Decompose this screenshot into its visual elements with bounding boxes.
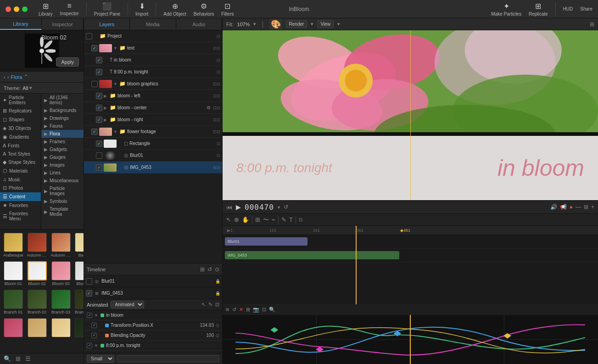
hud-button[interactable]: HUD	[563, 6, 573, 11]
sidebar-item-favorites[interactable]: ★ Favorites	[0, 201, 41, 210]
sidebar-item-text-styles[interactable]: A Text Styles	[0, 150, 41, 158]
layer-text-check[interactable]: ✓	[91, 45, 98, 51]
behaviors-button[interactable]: ⚙ Behaviors	[194, 2, 214, 17]
layer-img-0453-check[interactable]: ✓	[96, 164, 102, 171]
thumb-barley[interactable]: Barley	[73, 231, 84, 259]
play-icon[interactable]: ▶	[236, 203, 241, 211]
breadcrumb-forward[interactable]: ›	[7, 74, 9, 80]
layer-blur01-check[interactable]	[96, 152, 102, 159]
sidebar-item-fonts[interactable]: A Fonts	[0, 141, 41, 150]
timeline-record-icon[interactable]: ⊙	[215, 266, 219, 273]
color-panel-icon[interactable]: 🎨	[269, 19, 282, 30]
grid-view-icon[interactable]: ⊞	[16, 355, 21, 362]
layer-img-0453[interactable]: ✓ ◎ IMG_0453 ⊞⊡	[84, 162, 222, 174]
layer-rectangle[interactable]: ✓ ◻ Rectangle ⊡	[84, 138, 222, 150]
layer-time-check[interactable]: ✓	[96, 69, 102, 75]
param-blending-opacity[interactable]: ✓ Blending.Opacity 100 ◇	[84, 330, 222, 341]
param-in-bloom-header[interactable]: ✓ ▼ in bloom	[84, 310, 222, 320]
import-button[interactable]: ⬇ Import	[135, 2, 148, 17]
thumb-branch-04[interactable]: Branch 04	[73, 288, 84, 316]
animated-select[interactable]: Animated All	[111, 301, 144, 308]
transform-tool-icon[interactable]: ⊕	[234, 216, 239, 223]
thumb-item-13[interactable]	[2, 317, 25, 340]
tab-layers[interactable]: Layers	[84, 18, 130, 30]
layer-bloom-graphics-check[interactable]	[91, 81, 98, 87]
snapping-icon[interactable]: ⌁	[272, 216, 275, 223]
inspector-button[interactable]: ≡ Inspector	[60, 2, 79, 16]
pen-tool-icon[interactable]: ✎	[281, 216, 286, 223]
subcat-all[interactable]: ▶ All (1346 items)	[41, 94, 84, 106]
param-transform-x-check[interactable]: ✓	[91, 323, 97, 328]
sidebar-item-shape-styles[interactable]: ◆ Shape Styles	[0, 158, 41, 167]
layer-time[interactable]: ✓ T 8:00 p.m. tonight ⊡	[84, 66, 222, 78]
track-blur01-bar[interactable]: Blur01	[225, 237, 307, 246]
sidebar-item-content[interactable]: ☰ Content	[0, 192, 41, 201]
subcat-miscellaneous[interactable]: ▶ Miscellaneous	[41, 177, 84, 185]
viewport-grid-icon[interactable]: ⊞	[590, 21, 594, 28]
layer-project-check[interactable]	[86, 33, 92, 39]
param-transform-x[interactable]: ✓ Transform.Position.X 134.83 ◇	[84, 320, 222, 330]
layer-blur01[interactable]: ◎ Blur01 ⊡	[84, 150, 222, 162]
audio-icon[interactable]: 🔊	[550, 204, 557, 210]
curve-zoom-icon[interactable]: 🔍	[269, 307, 275, 313]
timecode-dropdown-icon[interactable]: ▾	[278, 205, 280, 210]
fit-dropdown-icon[interactable]: ▾	[253, 21, 256, 27]
minimize-button[interactable]	[14, 6, 19, 12]
thumb-item-15[interactable]	[50, 317, 73, 340]
img0453-track-check[interactable]: ✓	[86, 290, 92, 297]
param-blending-keyframe[interactable]: ◇	[216, 333, 219, 338]
subcat-lines[interactable]: ▶ Lines	[41, 169, 84, 177]
subcat-fauna[interactable]: ▶ Fauna	[41, 122, 84, 130]
param-tonight-header[interactable]: ✓ ▼ 8:00 p.m. tonight	[84, 341, 222, 351]
curve-delete-icon[interactable]: ✕	[239, 307, 243, 313]
render-dropdown-icon[interactable]: ▾	[311, 21, 313, 27]
layer-bloom-graphics[interactable]: ▼ 📁 bloom graphics ⊡⊡	[84, 78, 222, 90]
curve-camera-icon[interactable]: 📷	[253, 307, 259, 313]
maximize-button[interactable]	[22, 6, 28, 12]
select-tool-icon[interactable]: ↖	[226, 216, 231, 223]
curve-fit-icon[interactable]: ⊞	[246, 307, 250, 313]
close-button[interactable]	[6, 6, 11, 12]
layer-project[interactable]: 📁 Project ⊡	[84, 30, 222, 42]
apply-button[interactable]: Apply	[56, 57, 79, 67]
thumb-bloom-03[interactable]: Bloom 03	[50, 260, 73, 287]
timeline-grid-icon[interactable]: ⊞	[200, 266, 205, 273]
subcat-template-media[interactable]: ▶ Template Media	[41, 205, 84, 218]
render-button[interactable]: Render	[286, 20, 307, 28]
sidebar-item-favorites-menu[interactable]: ☰ Favorites Menu	[0, 210, 41, 223]
subcat-images[interactable]: ▶ Images	[41, 161, 84, 169]
sidebar-item-music[interactable]: ♫ Music	[0, 175, 41, 184]
tab-library[interactable]: Library	[0, 18, 42, 30]
make-particles-button[interactable]: ✦ Make Particles	[491, 2, 521, 17]
view-dropdown-icon[interactable]: ▾	[337, 21, 340, 27]
thumb-arabesque[interactable]: Arabesque	[2, 231, 25, 259]
library-button[interactable]: ⊞ Library	[39, 2, 53, 17]
param-transform-x-keyframe[interactable]: ◇	[216, 323, 219, 328]
list-view-icon[interactable]: ☰	[25, 355, 31, 362]
layer-bloom-left[interactable]: ✓ ▶ 📁 bloom - left ⊡⊡	[84, 90, 222, 102]
timeline-fit-icon[interactable]: ⊞	[584, 204, 588, 210]
layer-in-bloom[interactable]: ✓ T in bloom ⊡	[84, 54, 222, 66]
go-start-icon[interactable]: ⏮	[226, 204, 232, 211]
thumb-autumn-aspen[interactable]: Autumn Aspen	[26, 231, 49, 259]
layer-text-group[interactable]: ✓ ▼ 📁 text ⊡⊡	[84, 42, 222, 54]
subcat-drawings[interactable]: ▶ Drawings	[41, 114, 84, 122]
search-icon[interactable]: 🔍	[4, 355, 11, 362]
thumb-autumn-border[interactable]: Autumn Border	[50, 231, 73, 259]
replicate-button[interactable]: ⊞ Replicate	[529, 2, 548, 17]
sidebar-item-gradients[interactable]: ◉ Gradients	[0, 133, 41, 141]
keyframe-mode-icon[interactable]: ⊞	[255, 216, 260, 223]
param-blending-check[interactable]: ✓	[91, 333, 97, 338]
subcat-gauges[interactable]: ▶ Gauges	[41, 153, 84, 161]
blur01-track-check[interactable]	[86, 278, 92, 285]
thumb-bloom-01[interactable]: Bloom 01	[2, 260, 25, 287]
thumb-blossom[interactable]: Blossom	[73, 260, 84, 287]
sidebar-item-photos[interactable]: ⊡ Photos	[0, 184, 41, 192]
text-tool-icon[interactable]: T	[289, 216, 293, 223]
curve-waveform-icon[interactable]: ≋	[225, 307, 229, 313]
layer-in-bloom-check[interactable]: ✓	[96, 57, 102, 63]
zoom-out-icon[interactable]: —	[576, 204, 581, 210]
sidebar-item-materials[interactable]: ⬡ Materials	[0, 167, 41, 175]
curve-tool-icon[interactable]: 〜	[263, 216, 269, 224]
layer-bloom-center-check[interactable]: ✓	[96, 105, 102, 111]
